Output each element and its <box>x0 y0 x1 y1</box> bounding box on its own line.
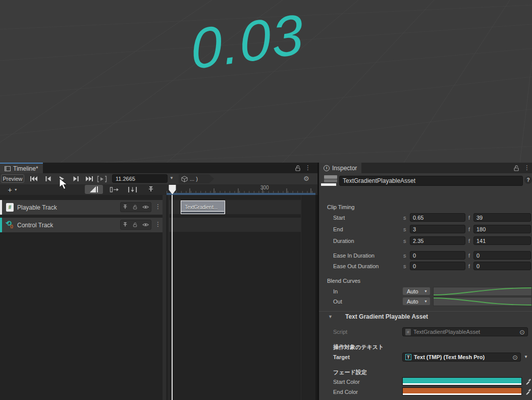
blend-out-curve[interactable] <box>433 297 532 306</box>
track-header-control[interactable]: ⟲ {} Control Track ⋮ <box>0 218 163 232</box>
duration-s-field[interactable]: 2.35 <box>410 236 465 245</box>
f-unit: f <box>468 238 470 244</box>
playhead-line[interactable] <box>172 195 173 400</box>
script-label: Script <box>333 329 347 335</box>
inspector-panel: i Inspector ⋮ TextGradientPlayableAsset … <box>319 163 532 400</box>
track-buttons <box>120 220 151 230</box>
object-picker-icon[interactable]: ⊙ <box>512 354 518 361</box>
goto-start-button[interactable] <box>28 175 39 183</box>
chevron-down-icon: ▼ <box>424 299 428 303</box>
dropdown-value: Auto <box>407 288 418 294</box>
braces-glyph: {} <box>10 224 13 228</box>
scene-view[interactable]: 0.03 <box>0 0 532 163</box>
start-color-eyedropper-icon[interactable] <box>524 377 532 385</box>
track-menu-icon[interactable]: ⋮ <box>155 203 161 210</box>
track-color-bar <box>0 200 2 215</box>
ease-in-s-field[interactable]: 0 <box>410 251 465 260</box>
track-header-playable[interactable]: # Playable Track ⋮ <box>0 200 163 215</box>
lock-icon[interactable] <box>132 222 138 228</box>
pin-icon[interactable] <box>123 222 128 228</box>
chevron-down-icon: ▼ <box>424 289 428 293</box>
breadcrumb[interactable]: ... ) <box>179 174 214 183</box>
marker-pin-button[interactable] <box>146 185 155 194</box>
row-label: Start <box>333 215 345 221</box>
tab-inspector[interactable]: i Inspector <box>319 163 361 173</box>
inspector-lock-icon[interactable] <box>513 165 520 172</box>
timeline-menu-icon[interactable]: ⋮ <box>305 164 311 171</box>
previous-frame-button[interactable] <box>42 175 54 183</box>
ease-out-s-field[interactable]: 0 <box>410 262 465 270</box>
time-format-dropdown-icon[interactable]: ▼ <box>170 176 174 180</box>
inspector-menu-icon[interactable]: ⋮ <box>524 164 530 171</box>
track-menu-icon[interactable]: ⋮ <box>155 221 161 228</box>
ease-in-f-field[interactable]: 0 <box>473 251 531 260</box>
tab-inspector-label: Inspector <box>332 165 357 172</box>
control-track-lane[interactable] <box>169 218 301 232</box>
clip-timing-title: Clip Timing <box>327 204 354 210</box>
target-dropdown-icon[interactable]: ▼ <box>524 355 528 359</box>
dropdown-value: Auto <box>407 298 418 305</box>
s-unit: s <box>403 238 406 244</box>
add-track-button[interactable]: + ▼ <box>4 186 21 193</box>
tmp-text-icon: T <box>405 354 411 360</box>
end-color-label: End Color <box>333 389 358 395</box>
track-buttons <box>120 202 151 212</box>
goto-end-button[interactable] <box>84 175 95 183</box>
end-f-field[interactable]: 180 <box>473 225 531 233</box>
playhead-marker[interactable] <box>168 184 178 195</box>
help-icon[interactable]: ? <box>524 176 532 184</box>
pin-icon[interactable] <box>123 204 128 210</box>
preview-toggle[interactable]: Preview <box>1 174 24 183</box>
duration-f-field[interactable]: 141 <box>473 236 531 245</box>
timeline-icon <box>5 166 11 172</box>
eye-icon[interactable] <box>142 222 149 227</box>
replace-mode-icon <box>128 186 137 193</box>
add-dropdown-icon: ▼ <box>14 188 18 191</box>
start-f-field[interactable]: 39 <box>473 213 531 222</box>
row-label: Duration <box>333 238 354 244</box>
timeline-content: # Playable Track ⋮ <box>0 195 317 400</box>
breadcrumb-label: ... ) <box>190 176 198 182</box>
mix-mode-icon <box>89 186 99 193</box>
row-label: Ease In Duration <box>333 253 375 259</box>
blend-in-curve[interactable] <box>433 287 532 296</box>
row-label: In <box>333 288 338 294</box>
track-splitter[interactable] <box>163 195 166 400</box>
clip-asset-icon <box>321 175 338 187</box>
ripple-mode-icon <box>110 186 119 193</box>
end-s-field[interactable]: 3 <box>410 225 465 233</box>
ease-out-f-field[interactable]: 0 <box>473 262 531 270</box>
timeline-toolbar2: + ▼ <box>0 184 317 195</box>
timeline-clip[interactable]: TextGradient... <box>181 201 225 214</box>
timeline-settings-gear-icon[interactable]: ⚙ <box>303 175 309 182</box>
object-picker-icon[interactable]: ⊙ <box>519 329 525 335</box>
end-color-swatch[interactable] <box>402 387 522 395</box>
script-field: # TextGradientPlayableAsset ⊙ <box>402 327 528 336</box>
ripple-mode-button[interactable] <box>107 185 121 194</box>
asset-name-field[interactable]: TextGradientPlayableAsset <box>339 176 523 186</box>
s-unit: s <box>403 226 406 232</box>
foldout-arrow-icon[interactable]: ▼ <box>328 314 333 319</box>
eye-icon[interactable] <box>142 205 149 210</box>
timeline-ruler[interactable] <box>167 184 315 195</box>
replace-mode-button[interactable] <box>125 185 139 194</box>
start-color-swatch[interactable] <box>402 377 522 385</box>
next-frame-button[interactable] <box>70 175 81 183</box>
asset-section-title[interactable]: Text Gradient Playable Asset <box>345 313 428 320</box>
end-color-eyedropper-icon[interactable] <box>524 387 532 395</box>
track-name: Playable Track <box>17 204 57 211</box>
timeline-lock-icon[interactable] <box>294 165 301 172</box>
playhead-time-field[interactable]: 11.2665 <box>112 174 168 183</box>
start-s-field[interactable]: 0.65 <box>410 213 465 222</box>
blend-out-dropdown[interactable]: Auto ▼ <box>402 297 431 306</box>
tab-timeline-label: Timeline* <box>13 165 38 172</box>
target-field[interactable]: T Text (TMP) (Text Mesh Pro) ⊙ <box>402 353 521 362</box>
row-label: Out <box>333 298 342 305</box>
inspector-tabbar: i Inspector ⋮ <box>319 163 532 173</box>
clip-label: TextGradient... <box>185 205 218 210</box>
mix-mode-button[interactable] <box>85 185 103 194</box>
tab-timeline[interactable]: Timeline* <box>0 163 43 173</box>
blend-in-dropdown[interactable]: Auto ▼ <box>402 287 431 295</box>
play-range-button[interactable] <box>96 175 108 183</box>
lock-icon[interactable] <box>132 204 138 210</box>
